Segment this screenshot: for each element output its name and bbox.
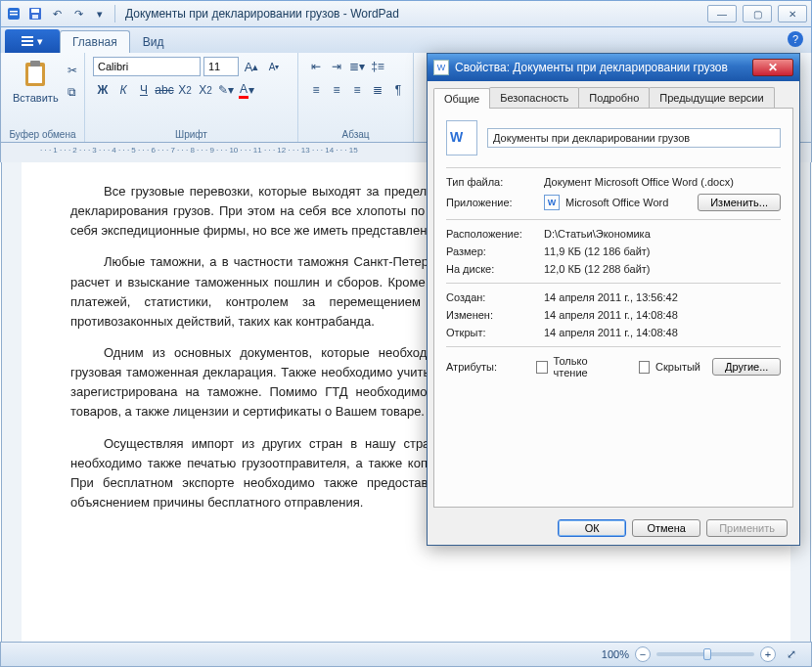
- qat-dropdown-icon[interactable]: ▾: [91, 5, 109, 22]
- value-file-type: Документ Microsoft Office Word (.docx): [544, 176, 781, 188]
- statusbar: 100% − + ⤢: [0, 642, 812, 667]
- superscript-button[interactable]: X2: [196, 80, 215, 100]
- value-location: D:\Статьи\Экономика: [544, 228, 781, 240]
- bold-button[interactable]: Ж: [93, 80, 113, 100]
- svg-rect-10: [28, 67, 42, 83]
- filename-field[interactable]: Документы при декларировании грузов: [487, 128, 781, 148]
- svg-rect-6: [22, 36, 33, 38]
- dec-indent-icon[interactable]: ⇤: [306, 57, 326, 76]
- minimize-button[interactable]: —: [707, 5, 737, 22]
- other-attributes-button[interactable]: Другие...: [712, 358, 781, 376]
- checkbox-hidden[interactable]: [639, 361, 650, 374]
- copy-icon[interactable]: ⧉: [63, 82, 82, 102]
- linespacing-icon[interactable]: ‡≡: [368, 57, 387, 76]
- align-center-icon[interactable]: ≡: [327, 80, 346, 100]
- svg-rect-8: [22, 44, 33, 46]
- align-justify-icon[interactable]: ≣: [368, 80, 387, 100]
- dialog-titlebar[interactable]: W Свойства: Документы при декларировании…: [428, 54, 799, 81]
- redo-icon[interactable]: ↷: [69, 5, 87, 22]
- value-size-on-disk: 12,0 КБ (12 288 байт): [544, 263, 781, 275]
- titlebar: ↶ ↷ ▾ Документы при декларировании грузо…: [0, 0, 812, 27]
- label-size: Размер:: [446, 245, 544, 257]
- align-right-icon[interactable]: ≡: [347, 80, 367, 100]
- apply-button[interactable]: Применить: [706, 519, 788, 537]
- properties-dialog: W Свойства: Документы при декларировании…: [427, 53, 800, 546]
- group-font-label: Шрифт: [93, 127, 290, 140]
- paragraph-dlg-icon[interactable]: ¶: [388, 80, 408, 100]
- maximize-button[interactable]: ▢: [743, 5, 772, 22]
- svg-rect-1: [10, 11, 18, 13]
- value-application: Microsoft Office Word: [565, 197, 698, 208]
- underline-button[interactable]: Ч: [134, 80, 154, 100]
- svg-rect-4: [31, 9, 39, 13]
- font-color-button[interactable]: A▾: [237, 80, 256, 100]
- help-icon[interactable]: ?: [788, 31, 803, 47]
- shrink-font-icon[interactable]: A▾: [264, 57, 284, 76]
- label-hidden: Скрытый: [655, 361, 700, 373]
- fullscreen-icon[interactable]: ⤢: [782, 645, 801, 664]
- font-size-combo[interactable]: [203, 57, 239, 76]
- tab-view[interactable]: Вид: [130, 30, 177, 53]
- dialog-icon: W: [433, 60, 449, 75]
- zoom-level: 100%: [602, 648, 629, 660]
- group-clipboard-label: Буфер обмена: [9, 127, 76, 140]
- file-menu-button[interactable]: ▾: [5, 29, 60, 53]
- highlight-button[interactable]: ✎▾: [216, 80, 236, 100]
- label-modified: Изменен:: [446, 309, 544, 321]
- app-menu-icon[interactable]: [5, 5, 23, 22]
- value-modified: 14 апреля 2011 г., 14:08:48: [544, 309, 781, 321]
- label-created: Создан:: [446, 291, 544, 303]
- label-size-on-disk: На диске:: [446, 263, 544, 275]
- value-accessed: 14 апреля 2011 г., 14:08:48: [544, 327, 781, 338]
- italic-button[interactable]: К: [113, 80, 133, 100]
- zoom-in-button[interactable]: +: [760, 646, 776, 662]
- bullets-icon[interactable]: ≣▾: [347, 57, 367, 76]
- paste-button[interactable]: Вставить: [9, 57, 63, 106]
- svg-rect-7: [22, 40, 33, 42]
- label-application: Приложение:: [446, 197, 544, 208]
- zoom-out-button[interactable]: −: [635, 646, 651, 662]
- label-accessed: Открыт:: [446, 327, 544, 338]
- quick-access-toolbar: ↶ ↷ ▾: [5, 5, 109, 22]
- dialog-title: Свойства: Документы при декларировании г…: [455, 61, 728, 74]
- checkbox-readonly[interactable]: [536, 361, 547, 374]
- label-file-type: Тип файла:: [446, 176, 544, 188]
- value-size: 11,9 КБ (12 186 байт): [544, 245, 781, 257]
- tab-previous-versions[interactable]: Предыдущие версии: [649, 87, 774, 108]
- tab-home[interactable]: Главная: [60, 30, 130, 53]
- value-created: 14 апреля 2011 г., 13:56:42: [544, 291, 781, 303]
- dialog-tabs: Общие Безопасность Подробно Предыдущие в…: [433, 87, 793, 109]
- tab-pane-general: Документы при декларировании грузов Тип …: [433, 109, 793, 508]
- change-app-button[interactable]: Изменить...: [698, 194, 781, 211]
- svg-rect-5: [32, 15, 38, 19]
- ribbon-tabstrip: ▾ Главная Вид ?: [0, 27, 812, 53]
- tab-general[interactable]: Общие: [433, 88, 490, 109]
- grow-font-icon[interactable]: A▴: [242, 57, 261, 76]
- cancel-button[interactable]: Отмена: [632, 519, 700, 537]
- subscript-button[interactable]: X2: [175, 80, 195, 100]
- label-location: Расположение:: [446, 228, 544, 240]
- cut-icon[interactable]: ✂: [63, 61, 82, 80]
- ok-button[interactable]: ОК: [558, 519, 626, 537]
- font-name-combo[interactable]: [93, 57, 201, 76]
- strike-button[interactable]: abc: [155, 80, 174, 100]
- file-type-icon: [446, 120, 477, 156]
- tab-details[interactable]: Подробно: [578, 87, 650, 108]
- save-icon[interactable]: [26, 5, 44, 22]
- group-paragraph-label: Абзац: [306, 127, 405, 140]
- dialog-close-button[interactable]: ✕: [752, 59, 793, 76]
- align-left-icon[interactable]: ≡: [306, 80, 326, 100]
- label-readonly: Только чтение: [554, 355, 615, 378]
- label-attributes: Атрибуты:: [446, 361, 530, 373]
- zoom-slider[interactable]: [656, 652, 754, 656]
- app-icon: W: [544, 195, 560, 210]
- svg-rect-2: [10, 14, 18, 16]
- window-title: Документы при декларировании грузов - Wo…: [125, 7, 399, 21]
- close-button[interactable]: ✕: [778, 5, 807, 22]
- undo-icon[interactable]: ↶: [48, 5, 66, 22]
- tab-security[interactable]: Безопасность: [489, 87, 579, 108]
- svg-rect-11: [30, 61, 40, 67]
- inc-indent-icon[interactable]: ⇥: [327, 57, 346, 76]
